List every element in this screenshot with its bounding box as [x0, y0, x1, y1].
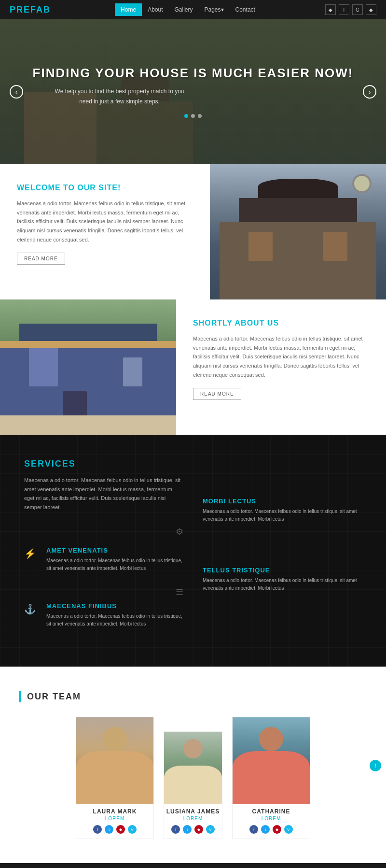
- welcome-text-block: WELCOME TO OUR SITE! Maecenas a odio tor…: [0, 164, 210, 299]
- hero-next-button[interactable]: ›: [363, 85, 376, 99]
- catharine-facebook-icon[interactable]: f: [249, 825, 258, 834]
- welcome-title: WELCOME TO OUR SITE!: [17, 184, 193, 192]
- lusiana-name: LUSIANA JAMES: [164, 804, 222, 816]
- welcome-read-more-button[interactable]: READ MORE: [17, 253, 65, 265]
- service-share-title: AMET VENENATIS: [46, 547, 183, 554]
- service-share-desc: Maecenas a odio tortor. Maecenas feibus …: [46, 557, 183, 572]
- hero-prev-button[interactable]: ‹: [10, 85, 23, 99]
- service-item-anchor: ⚓ MAECENAS FINIBUS Maecenas a odio torto…: [24, 602, 183, 628]
- hero-title: FINDING YOUR HOUSE IS MUCH EASIER NOW!: [33, 66, 354, 81]
- gear-icon: ⚙: [176, 527, 183, 537]
- about-text-block: SHORTLY ABOUT US Maecenas a odio tortor.…: [176, 299, 386, 435]
- nav-pages[interactable]: Pages▾: [199, 3, 230, 16]
- about-body: Maecenas a odio tortor. Maecenas feibus …: [193, 334, 369, 379]
- team-section: OUR TEAM LAURA MARK LOREM f t ◆ V: [0, 667, 386, 863]
- nav-social-icon-3[interactable]: G: [352, 4, 363, 15]
- services-description: Maecenas a odio tortor. Maecenas feibus …: [24, 476, 183, 512]
- about-title: SHORTLY ABOUT US: [193, 319, 369, 327]
- lusiana-vimeo-icon[interactable]: V: [206, 825, 215, 834]
- laura-vimeo-icon[interactable]: V: [128, 825, 137, 834]
- services-left-column: SERVICES Maecenas a odio tortor. Maecena…: [24, 459, 183, 642]
- laura-pinterest-icon[interactable]: ◆: [116, 825, 125, 834]
- welcome-house-image: [210, 164, 386, 299]
- service-morbi-desc: Maecenas a odio tortor. Maecenas feibus …: [203, 508, 362, 523]
- catharine-role: LOREM: [233, 816, 310, 821]
- laura-name: LAURA MARK: [76, 804, 153, 816]
- lusiana-pinterest-icon[interactable]: ◆: [194, 825, 203, 834]
- service-tellus-content: TELLUS TRISTIQUE Maecenas a odio tortor.…: [203, 567, 362, 592]
- anchor-icon: ⚓: [24, 603, 39, 615]
- hero-dots: [33, 114, 354, 118]
- nav-social-icon-1[interactable]: ◆: [325, 4, 336, 15]
- service-anchor-content: MAECENAS FINIBUS Maecenas a odio tortor.…: [46, 602, 183, 628]
- catharine-social: f t ◆ V: [233, 825, 310, 839]
- laura-avatar: [76, 717, 153, 804]
- nav-menu: Home About Gallery Pages▾ Contact: [115, 3, 261, 16]
- services-title: SERVICES: [24, 459, 183, 469]
- hero-dot-1[interactable]: [184, 114, 188, 118]
- service-tellus-title: TELLUS TRISTIQUE: [203, 567, 362, 574]
- team-title-block: OUR TEAM: [19, 691, 367, 702]
- hero-dot-3[interactable]: [198, 114, 202, 118]
- nav-gallery[interactable]: Gallery: [168, 3, 198, 16]
- team-member-catharine: CATHARINE LOREM f t ◆ V: [232, 717, 310, 839]
- about-section: SHORTLY ABOUT US Maecenas a odio tortor.…: [0, 299, 386, 435]
- list-icon: ☰: [176, 587, 183, 597]
- service-anchor-desc: Maecenas a odio tortor. Maecenas feibus …: [46, 612, 183, 628]
- laura-facebook-icon[interactable]: f: [93, 825, 102, 834]
- lusiana-social: f t ◆ V: [164, 825, 222, 839]
- lusiana-role: LOREM: [164, 816, 222, 821]
- welcome-body: Maecenas a odio tortor. Marcenas feibus …: [17, 199, 193, 244]
- scroll-top-button[interactable]: ↑: [370, 760, 381, 771]
- team-members-list: LAURA MARK LOREM f t ◆ V LUSIANA JAMES L…: [19, 717, 367, 839]
- lusiana-facebook-icon[interactable]: f: [171, 825, 180, 834]
- catharine-name: CATHARINE: [233, 804, 310, 816]
- share-icon: ⚡: [24, 548, 39, 559]
- catharine-vimeo-icon[interactable]: V: [284, 825, 293, 834]
- title-bar-decoration: [19, 691, 21, 702]
- laura-social: f t ◆ V: [76, 825, 153, 839]
- team-member-lusiana: LUSIANA JAMES LOREM f t ◆ V: [164, 731, 222, 839]
- laura-twitter-icon[interactable]: t: [105, 825, 113, 834]
- service-share-content: AMET VENENATIS Maecenas a odio tortor. M…: [46, 547, 183, 572]
- services-right-column: MORBI LECTUS Maecenas a odio tortor. Mae…: [203, 459, 362, 642]
- nav-about[interactable]: About: [142, 3, 168, 16]
- hero-section: ‹ FINDING YOUR HOUSE IS MUCH EASIER NOW!…: [0, 19, 386, 164]
- catharine-pinterest-icon[interactable]: ◆: [273, 825, 281, 834]
- service-item-morbi: MORBI LECTUS Maecenas a odio tortor. Mae…: [203, 498, 362, 523]
- hero-content: FINDING YOUR HOUSE IS MUCH EASIER NOW! W…: [23, 56, 363, 128]
- service-morbi-title: MORBI LECTUS: [203, 498, 362, 505]
- team-member-laura: LAURA MARK LOREM f t ◆ V: [76, 717, 154, 839]
- welcome-section: WELCOME TO OUR SITE! Maecenas a odio tor…: [0, 164, 386, 299]
- hero-dot-2[interactable]: [191, 114, 195, 118]
- services-section: SERVICES Maecenas a odio tortor. Maecena…: [0, 435, 386, 667]
- service-morbi-content: MORBI LECTUS Maecenas a odio tortor. Mae…: [203, 498, 362, 523]
- service-anchor-title: MAECENAS FINIBUS: [46, 602, 183, 610]
- hero-subtitle: We help you to find the best property ma…: [33, 86, 207, 106]
- nav-social-icons: ◆ f G ◆: [325, 4, 376, 15]
- about-read-more-button[interactable]: READ MORE: [193, 388, 241, 400]
- lusiana-avatar: [164, 732, 222, 804]
- brand-logo[interactable]: PREFAB: [10, 5, 51, 15]
- nav-social-icon-2[interactable]: f: [339, 4, 349, 15]
- navbar: PREFAB Home About Gallery Pages▾ Contact…: [0, 0, 386, 19]
- catharine-avatar: [233, 717, 310, 804]
- service-tellus-desc: Maecenas a odio tortor. Maecenas feibus …: [203, 577, 362, 592]
- about-house-image: [0, 299, 176, 435]
- team-title: OUR TEAM: [27, 692, 81, 702]
- nav-contact[interactable]: Contact: [230, 3, 261, 16]
- footer: GET IN TOUCH EISMOD TEMPOR INC. ST.DOLOR…: [0, 863, 386, 868]
- service-item-share: ⚡ AMET VENENATIS Maecenas a odio tortor.…: [24, 547, 183, 572]
- catharine-twitter-icon[interactable]: t: [261, 825, 270, 834]
- lusiana-twitter-icon[interactable]: t: [183, 825, 192, 834]
- laura-role: LOREM: [76, 816, 153, 821]
- nav-social-icon-4[interactable]: ◆: [366, 4, 376, 15]
- nav-home[interactable]: Home: [115, 3, 142, 16]
- service-item-tellus: TELLUS TRISTIQUE Maecenas a odio tortor.…: [203, 567, 362, 592]
